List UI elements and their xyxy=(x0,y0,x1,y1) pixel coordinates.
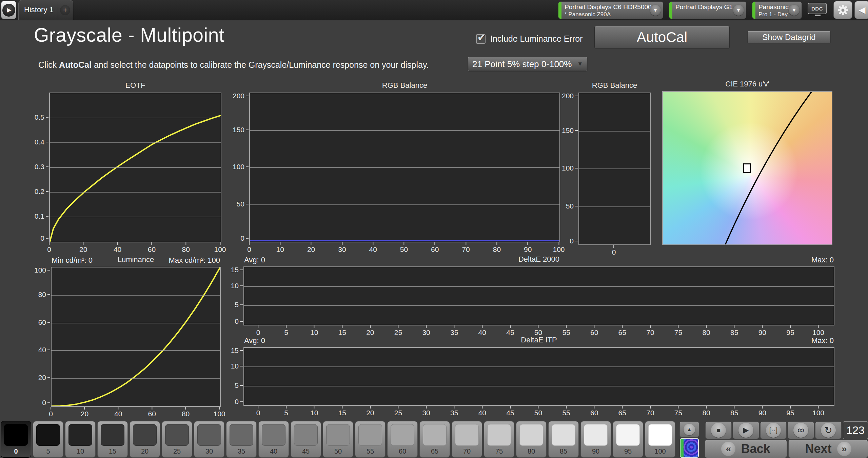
up-arrow-icon: ▲ xyxy=(684,424,695,435)
x-tick-label: 90 xyxy=(758,325,766,337)
grayscale-patch-30[interactable]: 30 xyxy=(194,421,224,458)
pattern-series-icon: [··] xyxy=(766,423,781,438)
gridline xyxy=(52,295,220,296)
x-tick-label: 70 xyxy=(462,242,470,254)
next-button[interactable]: Next » xyxy=(788,440,868,458)
instruction-text: Click AutoCal and select the datapoints … xyxy=(38,60,429,70)
x-tick-label: 0 xyxy=(256,325,260,337)
patch-level-label: 70 xyxy=(452,447,482,455)
grayscale-patch-75[interactable]: 75 xyxy=(484,421,514,458)
display-selector[interactable]: Panasonic Pro 1 - Day ▼ xyxy=(752,1,802,19)
x-tick-label: 90 xyxy=(758,406,766,417)
x-tick-label: 80 xyxy=(702,406,710,417)
show-datagrid-button[interactable]: Show Datagrid xyxy=(747,31,831,43)
grayscale-patch-40[interactable]: 40 xyxy=(258,421,289,458)
grayscale-patch-80[interactable]: 80 xyxy=(516,421,547,458)
x-tick-label: 10 xyxy=(310,406,318,417)
x-tick-label: 35 xyxy=(450,406,458,417)
grayscale-patch-strip: 0510152025303540455055606570758085909510… xyxy=(1,421,675,458)
grayscale-patch-35[interactable]: 35 xyxy=(226,421,257,458)
x-tick-label: 30 xyxy=(338,242,346,254)
grayscale-patch-50[interactable]: 50 xyxy=(323,421,353,458)
gridline xyxy=(579,131,650,132)
x-tick-label: 95 xyxy=(786,406,794,417)
y-tick-label: 80 xyxy=(38,291,50,299)
x-tick-label: 60 xyxy=(590,406,598,417)
gridline xyxy=(52,378,220,379)
x-tick-label: 50 xyxy=(534,406,542,417)
pattern-window-thumbnail[interactable] xyxy=(680,438,699,458)
x-tick-label: 100 xyxy=(214,242,226,254)
y-tick-label: 50 xyxy=(237,200,249,208)
back-button[interactable]: « Back xyxy=(705,440,787,458)
autocal-button[interactable]: AutoCal xyxy=(594,26,730,48)
patch-level-label: 15 xyxy=(98,447,127,455)
y-tick-label: 100 xyxy=(562,164,578,172)
gridline xyxy=(250,204,559,205)
pattern-window-expand-button[interactable]: ▲ xyxy=(679,421,699,437)
stop-button[interactable]: ■ xyxy=(705,421,732,439)
chart-title: EOTF xyxy=(49,81,221,90)
grayscale-patch-5[interactable]: 5 xyxy=(33,421,63,458)
patch-swatch xyxy=(326,424,350,446)
y-tick-label: 0.3 xyxy=(35,163,48,171)
grayscale-patch-100[interactable]: 100 xyxy=(645,421,675,458)
y-tick-label: 5 xyxy=(235,301,243,309)
grayscale-patch-85[interactable]: 85 xyxy=(548,421,579,458)
grayscale-patch-95[interactable]: 95 xyxy=(613,421,643,458)
pattern-series-button[interactable]: [··] xyxy=(760,421,787,439)
source-status-bar xyxy=(669,2,672,19)
grayscale-patch-25[interactable]: 25 xyxy=(162,421,192,458)
ddc-control-button[interactable]: DDC xyxy=(808,3,828,18)
play-button[interactable]: ▶ xyxy=(733,421,759,439)
x-tick-label: 20 xyxy=(307,242,315,254)
source-selector[interactable]: Portrait Displays G1 ▼ xyxy=(669,1,746,19)
point-count-value: 21 Point 5% step 0-100% xyxy=(472,59,572,69)
tab-history-1[interactable]: History 1 xyxy=(19,0,57,20)
x-tick-label: 50 xyxy=(534,325,542,337)
chevron-down-icon[interactable]: ▼ xyxy=(789,5,800,16)
meter-selector[interactable]: Portrait Displays C6 HDR5000 * Panasonic… xyxy=(558,1,663,19)
patch-level-label: 75 xyxy=(484,447,514,455)
patch-level-label: 65 xyxy=(420,447,450,455)
settings-button[interactable] xyxy=(833,1,852,19)
x-tick-label: 0 xyxy=(47,242,51,254)
grayscale-patch-55[interactable]: 55 xyxy=(355,421,386,458)
x-tick-label: 40 xyxy=(114,242,121,254)
x-tick-label: 55 xyxy=(562,325,570,337)
grayscale-patch-60[interactable]: 60 xyxy=(387,421,418,458)
grayscale-patch-0[interactable]: 0 xyxy=(1,421,31,458)
patch-level-label: 40 xyxy=(259,447,289,455)
include-luminance-error-row: ✔ Include Luminance Error xyxy=(476,34,583,44)
grayscale-patch-15[interactable]: 15 xyxy=(97,421,128,458)
y-tick-label: 0 xyxy=(42,399,50,407)
calman-app-window: ▶ History 1 + Portrait Displays C6 HDR50… xyxy=(0,0,868,458)
point-count-dropdown[interactable]: 21 Point 5% step 0-100% ▼ xyxy=(468,57,587,71)
meter-name: Portrait Displays C6 HDR5000 xyxy=(565,3,648,11)
collapse-panel-button[interactable]: ◀ xyxy=(854,1,868,19)
y-tick-label: 60 xyxy=(38,318,50,326)
y-tick-label: 20 xyxy=(38,374,50,382)
deltae-itp-chart: Avg: 0 DeltaE ITP Max: 0 051015 05101520… xyxy=(243,347,834,406)
x-tick-label: 25 xyxy=(394,325,402,337)
gridline xyxy=(579,206,650,207)
max-cdm2-label: Max cd/m²: 100 xyxy=(169,256,220,265)
chevron-down-icon[interactable]: ▼ xyxy=(650,5,661,16)
repeat-button[interactable]: ↻ xyxy=(815,421,842,439)
gridline xyxy=(50,192,221,193)
grayscale-patch-70[interactable]: 70 xyxy=(452,421,482,458)
y-tick-label: 0 xyxy=(235,317,243,325)
grayscale-patch-10[interactable]: 10 xyxy=(65,421,96,458)
grayscale-patch-90[interactable]: 90 xyxy=(580,421,611,458)
x-tick-label: 75 xyxy=(674,325,682,337)
add-tab-button[interactable]: + xyxy=(57,0,73,20)
chevron-down-icon[interactable]: ▼ xyxy=(733,5,744,16)
session-play-button[interactable]: ▶ xyxy=(1,1,16,19)
grayscale-patch-65[interactable]: 65 xyxy=(419,421,450,458)
grayscale-patch-45[interactable]: 45 xyxy=(291,421,321,458)
x-tick-label: 30 xyxy=(422,406,430,417)
continuous-button[interactable]: ∞ xyxy=(788,421,814,439)
include-luminance-error-checkbox[interactable]: ✔ xyxy=(476,34,486,44)
gridline xyxy=(250,167,559,168)
grayscale-patch-20[interactable]: 20 xyxy=(130,421,160,458)
